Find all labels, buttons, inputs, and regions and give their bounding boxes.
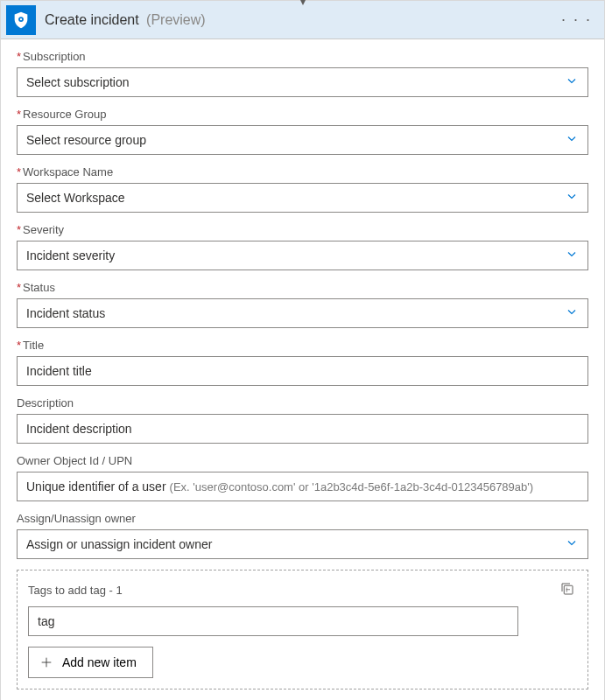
label-owner-id: Owner Object Id / UPN	[17, 454, 588, 467]
field-description: Description Incident description	[17, 396, 588, 444]
field-subscription: *Subscription Select subscription	[17, 50, 588, 97]
input-description[interactable]: Incident description	[17, 414, 588, 444]
dynamic-content-icon[interactable]	[558, 579, 577, 601]
chevron-down-icon	[565, 132, 579, 149]
select-status[interactable]: Incident status	[17, 298, 588, 328]
input-tag[interactable]: tag	[28, 606, 518, 636]
add-new-item-button[interactable]: Add new item	[28, 647, 153, 678]
placeholder-severity: Incident severity	[26, 248, 115, 262]
tags-section: Tags to add tag - 1 tag Add new item	[17, 570, 588, 690]
select-subscription[interactable]: Select subscription	[17, 67, 588, 97]
chevron-down-icon	[565, 305, 579, 322]
placeholder-status: Incident status	[26, 306, 105, 320]
label-assign-owner: Assign/Unassign owner	[17, 512, 588, 525]
field-title: *Title Incident title	[17, 339, 588, 386]
field-severity: *Severity Incident severity	[17, 223, 588, 270]
input-owner-id[interactable]: Unique identifier of a user (Ex. 'user@c…	[17, 472, 588, 501]
chevron-down-icon	[565, 248, 579, 264]
select-severity[interactable]: Incident severity	[17, 241, 588, 270]
field-resource-group: *Resource Group Select resource group	[17, 108, 588, 155]
placeholder-resource-group: Select resource group	[26, 133, 146, 147]
field-owner-id: Owner Object Id / UPN Unique identifier …	[17, 454, 588, 501]
select-assign-owner[interactable]: Assign or unassign incident owner	[17, 529, 588, 559]
label-severity: *Severity	[17, 223, 588, 236]
svg-point-1	[20, 18, 22, 19]
chevron-down-icon	[565, 74, 579, 91]
placeholder-assign-owner: Assign or unassign incident owner	[26, 537, 212, 551]
card-title: Create incident (Preview)	[45, 12, 558, 28]
label-status: *Status	[17, 281, 588, 294]
field-status: *Status Incident status	[17, 281, 588, 328]
input-title[interactable]: Incident title	[17, 356, 588, 386]
collapse-handle-icon[interactable]: ▾	[300, 0, 306, 8]
card-title-preview: (Preview)	[146, 12, 206, 27]
tags-label: Tags to add tag - 1	[28, 584, 123, 597]
select-resource-group[interactable]: Select resource group	[17, 125, 588, 155]
tag-value: tag	[38, 614, 54, 628]
label-subscription: *Subscription	[17, 50, 588, 63]
plus-icon	[39, 655, 53, 669]
sentinel-shield-icon	[6, 5, 36, 35]
field-workspace: *Workspace Name Select Workspace	[17, 165, 588, 213]
create-incident-card: ▾ Create incident (Preview) · · · *Subsc…	[0, 0, 605, 700]
placeholder-workspace: Select Workspace	[26, 191, 125, 205]
placeholder-subscription: Select subscription	[26, 75, 130, 89]
chevron-down-icon	[565, 190, 579, 206]
label-title: *Title	[17, 339, 588, 352]
add-new-item-label: Add new item	[62, 655, 137, 669]
select-workspace[interactable]: Select Workspace	[17, 183, 588, 213]
card-body: *Subscription Select subscription *Resou…	[1, 39, 604, 700]
field-assign-owner: Assign/Unassign owner Assign or unassign…	[17, 512, 588, 559]
label-workspace: *Workspace Name	[17, 165, 588, 178]
chevron-down-icon	[565, 536, 579, 553]
label-resource-group: *Resource Group	[17, 108, 588, 121]
more-menu-button[interactable]: · · ·	[558, 7, 595, 32]
card-title-text: Create incident	[45, 12, 139, 27]
placeholder-owner-id: Unique identifier of a user	[26, 480, 166, 494]
placeholder-description: Incident description	[26, 422, 132, 436]
label-description: Description	[17, 396, 588, 410]
placeholder-title: Incident title	[26, 364, 92, 378]
hint-owner-id: (Ex. 'user@contoso.com' or '1a2b3c4d-5e6…	[170, 480, 534, 494]
